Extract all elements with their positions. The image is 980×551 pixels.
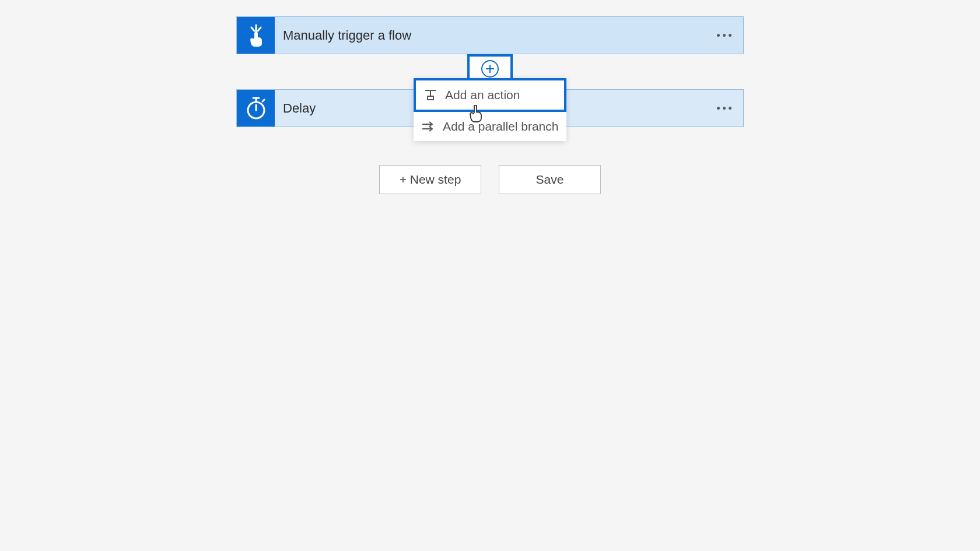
add-action-label: Add an action — [445, 88, 520, 102]
trigger-card-icon-box — [237, 17, 275, 54]
connector-area: Add an action Add a parallel branch — [236, 54, 744, 89]
trigger-card[interactable]: Manually trigger a flow — [236, 16, 744, 54]
svg-rect-2 — [428, 96, 433, 100]
add-parallel-branch-label: Add a parallel branch — [443, 120, 558, 134]
footer-actions: + New step Save — [379, 165, 601, 194]
new-step-label: + New step — [400, 173, 461, 187]
save-label: Save — [536, 173, 564, 187]
new-step-button[interactable]: + New step — [379, 165, 481, 194]
svg-line-7 — [262, 100, 264, 101]
add-action-icon — [423, 89, 438, 101]
add-parallel-branch-menu-item[interactable]: Add a parallel branch — [414, 112, 566, 141]
delay-card-icon-box — [237, 90, 275, 127]
save-button[interactable]: Save — [499, 165, 601, 194]
delay-card-more-button[interactable] — [709, 107, 738, 110]
more-dots-icon — [717, 34, 720, 37]
more-dots-icon — [717, 107, 720, 110]
flow-designer-canvas: Manually trigger a flow Add an actio — [0, 0, 980, 194]
trigger-card-title: Manually trigger a flow — [283, 28, 709, 43]
manual-trigger-icon — [244, 23, 268, 48]
stopwatch-icon — [244, 96, 268, 121]
add-action-menu-item[interactable]: Add an action — [414, 78, 566, 112]
parallel-branch-icon — [421, 121, 436, 132]
plus-icon — [481, 60, 499, 78]
trigger-card-more-button[interactable] — [709, 34, 738, 37]
insert-step-dropdown: Add an action Add a parallel branch — [414, 78, 566, 141]
